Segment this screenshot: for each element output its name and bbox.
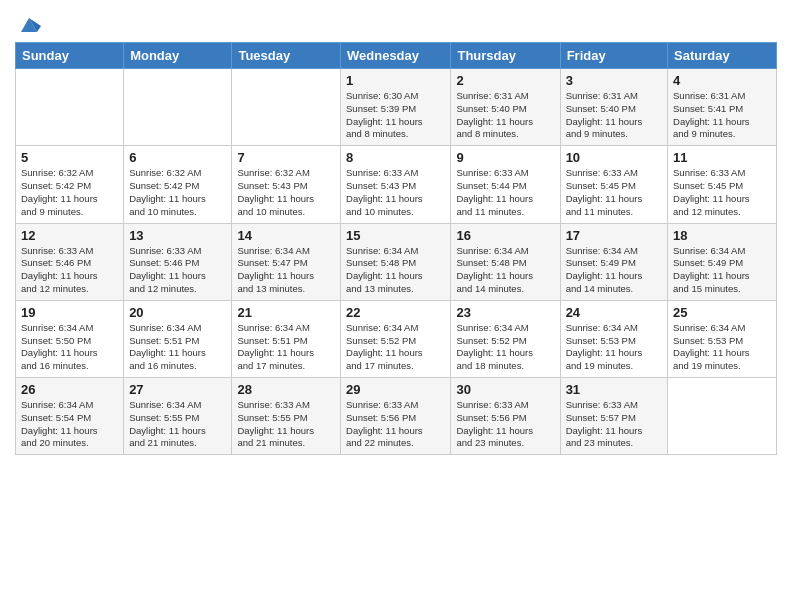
calendar-cell: 15Sunrise: 6:34 AM Sunset: 5:48 PM Dayli… [341,223,451,300]
day-info: Sunrise: 6:33 AM Sunset: 5:56 PM Dayligh… [456,399,554,450]
day-number: 11 [673,150,771,165]
day-number: 27 [129,382,226,397]
calendar-cell: 2Sunrise: 6:31 AM Sunset: 5:40 PM Daylig… [451,69,560,146]
calendar-cell: 28Sunrise: 6:33 AM Sunset: 5:55 PM Dayli… [232,378,341,455]
day-info: Sunrise: 6:34 AM Sunset: 5:54 PM Dayligh… [21,399,118,450]
day-info: Sunrise: 6:33 AM Sunset: 5:56 PM Dayligh… [346,399,445,450]
day-number: 1 [346,73,445,88]
day-number: 22 [346,305,445,320]
day-info: Sunrise: 6:31 AM Sunset: 5:40 PM Dayligh… [566,90,662,141]
calendar-cell: 30Sunrise: 6:33 AM Sunset: 5:56 PM Dayli… [451,378,560,455]
day-info: Sunrise: 6:33 AM Sunset: 5:45 PM Dayligh… [673,167,771,218]
day-info: Sunrise: 6:32 AM Sunset: 5:42 PM Dayligh… [129,167,226,218]
calendar-cell: 11Sunrise: 6:33 AM Sunset: 5:45 PM Dayli… [668,146,777,223]
calendar-cell: 16Sunrise: 6:34 AM Sunset: 5:48 PM Dayli… [451,223,560,300]
day-number: 17 [566,228,662,243]
weekday-tuesday: Tuesday [232,43,341,69]
day-number: 23 [456,305,554,320]
day-info: Sunrise: 6:33 AM Sunset: 5:44 PM Dayligh… [456,167,554,218]
day-info: Sunrise: 6:33 AM Sunset: 5:46 PM Dayligh… [21,245,118,296]
day-number: 15 [346,228,445,243]
day-info: Sunrise: 6:34 AM Sunset: 5:50 PM Dayligh… [21,322,118,373]
day-number: 31 [566,382,662,397]
calendar-cell: 27Sunrise: 6:34 AM Sunset: 5:55 PM Dayli… [124,378,232,455]
day-number: 4 [673,73,771,88]
day-info: Sunrise: 6:34 AM Sunset: 5:51 PM Dayligh… [237,322,335,373]
day-info: Sunrise: 6:34 AM Sunset: 5:52 PM Dayligh… [346,322,445,373]
day-number: 3 [566,73,662,88]
day-info: Sunrise: 6:33 AM Sunset: 5:45 PM Dayligh… [566,167,662,218]
day-info: Sunrise: 6:32 AM Sunset: 5:42 PM Dayligh… [21,167,118,218]
calendar-cell: 14Sunrise: 6:34 AM Sunset: 5:47 PM Dayli… [232,223,341,300]
week-row-2: 12Sunrise: 6:33 AM Sunset: 5:46 PM Dayli… [16,223,777,300]
calendar-cell: 12Sunrise: 6:33 AM Sunset: 5:46 PM Dayli… [16,223,124,300]
calendar-cell: 4Sunrise: 6:31 AM Sunset: 5:41 PM Daylig… [668,69,777,146]
day-info: Sunrise: 6:34 AM Sunset: 5:47 PM Dayligh… [237,245,335,296]
day-number: 16 [456,228,554,243]
calendar-cell: 6Sunrise: 6:32 AM Sunset: 5:42 PM Daylig… [124,146,232,223]
calendar-cell [124,69,232,146]
calendar-table: SundayMondayTuesdayWednesdayThursdayFrid… [15,42,777,455]
calendar-cell: 3Sunrise: 6:31 AM Sunset: 5:40 PM Daylig… [560,69,667,146]
week-row-0: 1Sunrise: 6:30 AM Sunset: 5:39 PM Daylig… [16,69,777,146]
day-number: 10 [566,150,662,165]
calendar-cell: 31Sunrise: 6:33 AM Sunset: 5:57 PM Dayli… [560,378,667,455]
weekday-monday: Monday [124,43,232,69]
week-row-4: 26Sunrise: 6:34 AM Sunset: 5:54 PM Dayli… [16,378,777,455]
day-info: Sunrise: 6:34 AM Sunset: 5:53 PM Dayligh… [673,322,771,373]
weekday-sunday: Sunday [16,43,124,69]
logo [15,14,41,34]
day-number: 20 [129,305,226,320]
day-number: 30 [456,382,554,397]
day-info: Sunrise: 6:32 AM Sunset: 5:43 PM Dayligh… [237,167,335,218]
calendar-cell: 13Sunrise: 6:33 AM Sunset: 5:46 PM Dayli… [124,223,232,300]
day-info: Sunrise: 6:34 AM Sunset: 5:52 PM Dayligh… [456,322,554,373]
week-row-3: 19Sunrise: 6:34 AM Sunset: 5:50 PM Dayli… [16,300,777,377]
day-number: 9 [456,150,554,165]
day-number: 24 [566,305,662,320]
calendar-cell: 17Sunrise: 6:34 AM Sunset: 5:49 PM Dayli… [560,223,667,300]
day-info: Sunrise: 6:34 AM Sunset: 5:48 PM Dayligh… [346,245,445,296]
calendar-cell: 23Sunrise: 6:34 AM Sunset: 5:52 PM Dayli… [451,300,560,377]
day-number: 18 [673,228,771,243]
day-info: Sunrise: 6:30 AM Sunset: 5:39 PM Dayligh… [346,90,445,141]
calendar-cell: 20Sunrise: 6:34 AM Sunset: 5:51 PM Dayli… [124,300,232,377]
calendar-cell [232,69,341,146]
header [15,10,777,34]
day-number: 12 [21,228,118,243]
weekday-thursday: Thursday [451,43,560,69]
day-info: Sunrise: 6:34 AM Sunset: 5:51 PM Dayligh… [129,322,226,373]
calendar-cell: 7Sunrise: 6:32 AM Sunset: 5:43 PM Daylig… [232,146,341,223]
day-info: Sunrise: 6:33 AM Sunset: 5:55 PM Dayligh… [237,399,335,450]
day-info: Sunrise: 6:33 AM Sunset: 5:57 PM Dayligh… [566,399,662,450]
day-number: 2 [456,73,554,88]
calendar-cell [16,69,124,146]
day-number: 7 [237,150,335,165]
calendar-cell: 1Sunrise: 6:30 AM Sunset: 5:39 PM Daylig… [341,69,451,146]
day-number: 6 [129,150,226,165]
day-number: 8 [346,150,445,165]
day-number: 25 [673,305,771,320]
page: SundayMondayTuesdayWednesdayThursdayFrid… [0,0,792,612]
calendar-cell: 25Sunrise: 6:34 AM Sunset: 5:53 PM Dayli… [668,300,777,377]
day-number: 13 [129,228,226,243]
weekday-friday: Friday [560,43,667,69]
calendar-cell: 10Sunrise: 6:33 AM Sunset: 5:45 PM Dayli… [560,146,667,223]
day-info: Sunrise: 6:33 AM Sunset: 5:43 PM Dayligh… [346,167,445,218]
weekday-header-row: SundayMondayTuesdayWednesdayThursdayFrid… [16,43,777,69]
day-number: 21 [237,305,335,320]
logo-icon [17,14,41,38]
day-number: 14 [237,228,335,243]
weekday-wednesday: Wednesday [341,43,451,69]
day-number: 28 [237,382,335,397]
day-info: Sunrise: 6:31 AM Sunset: 5:40 PM Dayligh… [456,90,554,141]
week-row-1: 5Sunrise: 6:32 AM Sunset: 5:42 PM Daylig… [16,146,777,223]
calendar-cell: 22Sunrise: 6:34 AM Sunset: 5:52 PM Dayli… [341,300,451,377]
calendar-cell: 9Sunrise: 6:33 AM Sunset: 5:44 PM Daylig… [451,146,560,223]
calendar-cell: 8Sunrise: 6:33 AM Sunset: 5:43 PM Daylig… [341,146,451,223]
calendar-cell: 19Sunrise: 6:34 AM Sunset: 5:50 PM Dayli… [16,300,124,377]
weekday-saturday: Saturday [668,43,777,69]
day-info: Sunrise: 6:33 AM Sunset: 5:46 PM Dayligh… [129,245,226,296]
calendar-cell [668,378,777,455]
day-number: 5 [21,150,118,165]
